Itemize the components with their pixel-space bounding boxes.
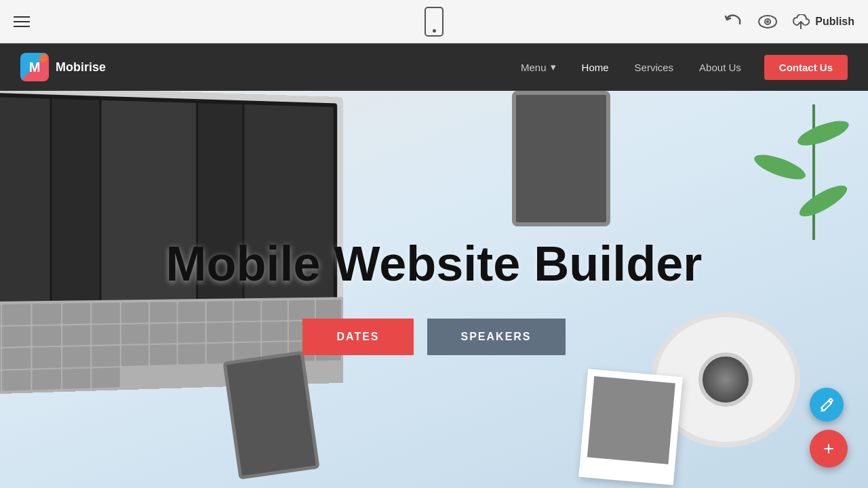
undo-icon[interactable] <box>722 11 743 33</box>
nav-about[interactable]: About Us <box>690 56 751 79</box>
toolbar-center <box>425 7 443 37</box>
nav-about-label: About Us <box>699 62 741 73</box>
nav-links: Menu ▾ Home Services About Us Contact Us <box>511 55 848 80</box>
hero-section: Mobile Website Builder DATES SPEAKERS <box>0 91 868 488</box>
hamburger-menu-icon[interactable] <box>14 16 30 27</box>
hero-buttons: DATES SPEAKERS <box>302 319 565 355</box>
logo-badge <box>39 54 47 62</box>
nav-menu[interactable]: Menu ▾ <box>511 56 566 79</box>
logo-letter: M <box>29 60 41 75</box>
toolbar-left <box>14 16 30 27</box>
logo: M Mobirise <box>20 53 106 81</box>
speakers-button[interactable]: SPEAKERS <box>427 319 566 355</box>
toolbar-right: Publish <box>722 11 854 33</box>
nav-services[interactable]: Services <box>625 56 684 79</box>
plus-icon: + <box>823 439 834 458</box>
publish-button[interactable]: Publish <box>792 14 854 29</box>
hero-title: Mobile Website Builder <box>166 237 703 291</box>
publish-label: Publish <box>815 16 854 28</box>
nav-menu-label: Menu <box>521 62 547 73</box>
chevron-down-icon: ▾ <box>551 61 556 73</box>
mobile-preview-icon[interactable] <box>425 7 443 37</box>
nav-home[interactable]: Home <box>572 56 618 79</box>
edit-fab-button[interactable] <box>810 388 844 422</box>
hero-content: Mobile Website Builder DATES SPEAKERS <box>0 91 868 488</box>
add-fab-button[interactable]: + <box>810 430 848 468</box>
mobile-icon-dot <box>433 29 436 33</box>
toolbar: Publish <box>0 0 868 43</box>
fab-container: + <box>810 388 848 468</box>
svg-point-2 <box>766 20 769 23</box>
contact-label: Contact Us <box>779 62 833 73</box>
brand-name: Mobirise <box>56 60 106 75</box>
contact-button[interactable]: Contact Us <box>764 55 848 80</box>
nav-home-label: Home <box>582 62 609 73</box>
logo-icon: M <box>20 53 49 81</box>
cloud-upload-icon <box>792 14 810 29</box>
dates-button[interactable]: DATES <box>302 319 413 355</box>
preview-icon[interactable] <box>757 11 778 33</box>
nav-services-label: Services <box>635 62 674 73</box>
navbar: M Mobirise Menu ▾ Home Services About Us… <box>0 43 868 91</box>
